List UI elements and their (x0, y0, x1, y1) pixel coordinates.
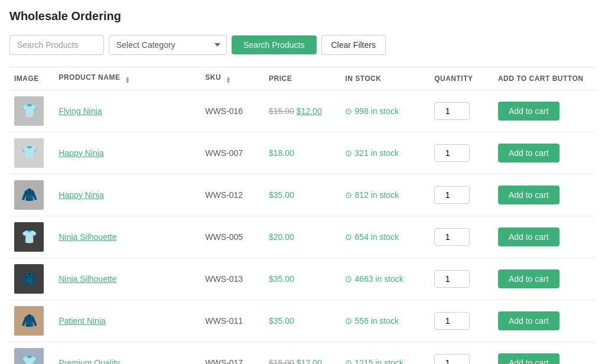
quantity-input[interactable] (434, 270, 470, 288)
sort-arrows-sku[interactable]: ▲▼ (226, 76, 231, 84)
product-image: 🧥 (14, 306, 44, 336)
quantity-input[interactable] (434, 354, 470, 364)
page-title: Wholesale Ordering (9, 9, 596, 23)
table-row: 👕Flying NinjaWWS-016$15.00$12.00⊙ 998 in… (9, 90, 596, 132)
product-image: 👕 (14, 348, 44, 364)
quantity-input[interactable] (434, 102, 470, 120)
product-image: 🧥 (14, 180, 44, 210)
add-to-cart-button[interactable]: Add to cart (498, 228, 560, 246)
product-stock: ⊙ 321 in stock (345, 148, 425, 158)
col-header-qty: QUANTITY (430, 67, 493, 90)
search-button[interactable]: Search Products (232, 35, 317, 54)
table-row: 🧥Happy NinjaWWS-012$35.00⊙ 812 in stockA… (9, 174, 596, 216)
search-input[interactable] (9, 35, 104, 55)
table-row: 👕Premium QualityWWS-017$15.00$12.00⊙ 121… (9, 342, 596, 364)
sort-arrows-name[interactable]: ▲▼ (125, 76, 130, 84)
products-table: IMAGE PRODUCT NAME ▲▼ SKU ▲▼ PRICE IN ST… (9, 67, 596, 364)
product-price: $18.00 (269, 148, 294, 158)
product-price-sale[interactable]: $12.00 (297, 358, 322, 364)
add-to-cart-button[interactable]: Add to cart (498, 311, 560, 330)
product-image: 👕 (14, 222, 44, 252)
product-sku: WWS-011 (205, 316, 243, 326)
product-sku: WWS-016 (205, 106, 243, 116)
product-image: 👕 (14, 96, 44, 126)
product-sku: WWS-012 (205, 190, 243, 200)
clear-filters-button[interactable]: Clear Filters (321, 35, 386, 55)
product-price: $35.00 (269, 316, 294, 326)
table-row: 🧥Patient NinjaWWS-011$35.00⊙ 556 in stoc… (9, 300, 596, 342)
product-name-link[interactable]: Happy Ninja (58, 148, 103, 158)
product-sku: WWS-005 (205, 232, 243, 242)
quantity-input[interactable] (434, 186, 470, 204)
product-sku: WWS-017 (205, 358, 243, 364)
product-name-link[interactable]: Ninja Silhouette (58, 232, 116, 242)
add-to-cart-button[interactable]: Add to cart (498, 186, 560, 204)
stock-icon: ⊙ (345, 106, 352, 116)
product-price: $35.00 (269, 190, 294, 200)
add-to-cart-button[interactable]: Add to cart (498, 102, 560, 121)
quantity-input[interactable] (434, 312, 470, 330)
product-price: $20.00 (269, 232, 294, 242)
add-to-cart-button[interactable]: Add to cart (498, 353, 560, 364)
table-row: 👕Happy NinjaWWS-007$18.00⊙ 321 in stockA… (9, 132, 596, 174)
col-header-price: PRICE (264, 67, 340, 90)
stock-icon: ⊙ (345, 148, 352, 158)
product-price: $35.00 (269, 274, 294, 284)
product-stock: ⊙ 812 in stock (345, 190, 425, 200)
product-sku: WWS-013 (205, 274, 243, 284)
product-name-link[interactable]: Premium Quality (58, 358, 119, 364)
col-header-name: PRODUCT NAME ▲▼ (54, 67, 200, 90)
category-select[interactable]: Select Category T-Shirts Hoodies Accesso… (109, 35, 227, 55)
toolbar: Select Category T-Shirts Hoodies Accesso… (9, 35, 596, 55)
col-header-cart: ADD TO CART BUTTON (493, 67, 596, 90)
product-image: 🧥 (14, 264, 44, 294)
product-price-original: $15.00 (269, 106, 294, 116)
stock-icon: ⊙ (345, 232, 352, 242)
col-header-stock: IN STOCK (340, 67, 430, 90)
product-name-link[interactable]: Ninja Silhouette (58, 274, 116, 284)
col-header-sku: SKU ▲▼ (200, 67, 264, 90)
product-stock: ⊙ 998 in stock (345, 106, 425, 116)
col-header-image: IMAGE (9, 67, 54, 90)
product-stock: ⊙ 654 in stock (345, 232, 425, 242)
add-to-cart-button[interactable]: Add to cart (498, 144, 560, 162)
product-stock: ⊙ 556 in stock (345, 316, 425, 326)
product-name-link[interactable]: Flying Ninja (58, 106, 102, 116)
table-header-row: IMAGE PRODUCT NAME ▲▼ SKU ▲▼ PRICE IN ST… (9, 67, 596, 90)
product-stock: ⊙ 4663 in stock (345, 274, 425, 284)
table-row: 👕Ninja SilhouetteWWS-005$20.00⊙ 654 in s… (9, 216, 596, 258)
product-name-link[interactable]: Happy Ninja (58, 190, 103, 200)
stock-icon: ⊙ (345, 190, 352, 200)
stock-icon: ⊙ (345, 358, 352, 364)
add-to-cart-button[interactable]: Add to cart (498, 269, 560, 288)
product-price-original: $15.00 (269, 358, 294, 364)
product-sku: WWS-007 (205, 148, 243, 158)
stock-icon: ⊙ (345, 316, 352, 326)
stock-icon: ⊙ (345, 274, 352, 284)
quantity-input[interactable] (434, 144, 470, 162)
product-price-sale[interactable]: $12.00 (297, 106, 322, 116)
quantity-input[interactable] (434, 228, 470, 246)
product-stock: ⊙ 1215 in stock (345, 358, 425, 364)
table-row: 🧥Ninja SilhouetteWWS-013$35.00⊙ 4663 in … (9, 258, 596, 300)
product-name-link[interactable]: Patient Ninja (58, 316, 105, 326)
product-image: 👕 (14, 138, 44, 168)
